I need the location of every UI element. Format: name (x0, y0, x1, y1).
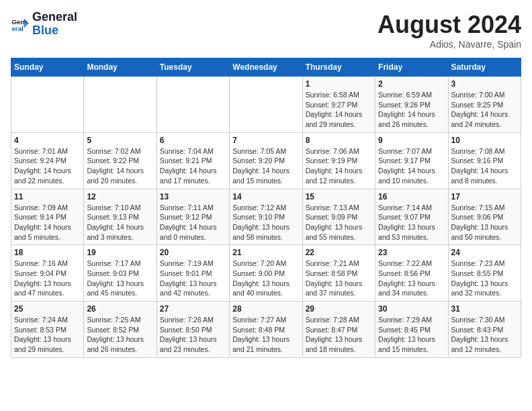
day-number: 3 (451, 79, 518, 89)
calendar-cell (230, 77, 302, 133)
day-of-week-header: Saturday (448, 58, 521, 77)
calendar-cell: 24Sunrise: 7:23 AMSunset: 8:55 PMDayligh… (448, 245, 521, 302)
calendar-cell: 9Sunrise: 7:07 AMSunset: 9:17 PMDaylight… (375, 132, 448, 189)
day-number: 19 (87, 248, 153, 257)
calendar-cell: 21Sunrise: 7:20 AMSunset: 9:00 PMDayligh… (230, 245, 302, 302)
svg-text:eral: eral (11, 25, 24, 32)
day-info: Sunrise: 7:10 AMSunset: 9:13 PMDaylight:… (87, 203, 153, 242)
day-info: Sunrise: 7:09 AMSunset: 9:14 PMDaylight:… (14, 203, 81, 242)
day-info: Sunrise: 7:07 AMSunset: 9:17 PMDaylight:… (378, 146, 445, 186)
location-subtitle: Adios, Navarre, Spain (378, 39, 521, 50)
day-info: Sunrise: 7:14 AMSunset: 9:07 PMDaylight:… (378, 203, 445, 242)
day-number: 31 (451, 304, 518, 314)
day-number: 17 (451, 192, 518, 201)
day-info: Sunrise: 7:25 AMSunset: 8:52 PMDaylight:… (87, 315, 153, 355)
day-info: Sunrise: 7:23 AMSunset: 8:55 PMDaylight:… (451, 259, 518, 298)
title-area: August 2024 Adios, Navarre, Spain (378, 11, 521, 50)
day-info: Sunrise: 6:59 AMSunset: 9:26 PMDaylight:… (378, 90, 445, 130)
day-info: Sunrise: 7:06 AMSunset: 9:19 PMDaylight:… (306, 146, 372, 186)
day-number: 8 (306, 136, 372, 145)
logo: Gen eral General Blue (11, 11, 77, 38)
day-number: 27 (160, 304, 226, 314)
day-number: 12 (87, 192, 153, 201)
calendar-cell: 31Sunrise: 7:30 AMSunset: 8:43 PMDayligh… (448, 302, 521, 358)
day-info: Sunrise: 7:22 AMSunset: 8:56 PMDaylight:… (378, 259, 445, 298)
logo-blue: Blue (32, 24, 77, 38)
day-number: 14 (232, 192, 299, 201)
day-number: 1 (306, 79, 372, 89)
calendar-cell: 22Sunrise: 7:21 AMSunset: 8:58 PMDayligh… (302, 245, 375, 302)
calendar-cell: 30Sunrise: 7:29 AMSunset: 8:45 PMDayligh… (375, 302, 448, 358)
calendar-cell: 11Sunrise: 7:09 AMSunset: 9:14 PMDayligh… (11, 189, 84, 245)
day-number: 21 (232, 248, 299, 257)
day-info: Sunrise: 6:58 AMSunset: 9:27 PMDaylight:… (306, 90, 372, 130)
day-number: 25 (14, 304, 81, 314)
day-info: Sunrise: 7:27 AMSunset: 8:48 PMDaylight:… (232, 315, 299, 355)
calendar-cell: 7Sunrise: 7:05 AMSunset: 9:20 PMDaylight… (230, 132, 302, 189)
calendar-cell: 8Sunrise: 7:06 AMSunset: 9:19 PMDaylight… (302, 132, 375, 189)
day-info: Sunrise: 7:17 AMSunset: 9:03 PMDaylight:… (87, 259, 153, 298)
calendar-cell (157, 77, 229, 133)
day-info: Sunrise: 7:11 AMSunset: 9:12 PMDaylight:… (160, 203, 226, 242)
day-number: 6 (160, 136, 226, 145)
calendar-cell: 18Sunrise: 7:16 AMSunset: 9:04 PMDayligh… (11, 245, 84, 302)
day-number: 26 (87, 304, 153, 314)
calendar-cell: 23Sunrise: 7:22 AMSunset: 8:56 PMDayligh… (375, 245, 448, 302)
day-number: 2 (378, 79, 445, 89)
calendar-cell: 20Sunrise: 7:19 AMSunset: 9:01 PMDayligh… (157, 245, 229, 302)
day-info: Sunrise: 7:15 AMSunset: 9:06 PMDaylight:… (451, 203, 518, 242)
calendar-cell: 6Sunrise: 7:04 AMSunset: 9:21 PMDaylight… (157, 132, 229, 189)
day-of-week-header: Monday (84, 58, 157, 77)
day-number: 10 (451, 136, 518, 145)
day-info: Sunrise: 7:12 AMSunset: 9:10 PMDaylight:… (232, 203, 299, 242)
day-info: Sunrise: 7:16 AMSunset: 9:04 PMDaylight:… (14, 259, 81, 298)
calendar-cell: 15Sunrise: 7:13 AMSunset: 9:09 PMDayligh… (302, 189, 375, 245)
day-of-week-header: Thursday (302, 58, 375, 77)
day-number: 5 (87, 136, 153, 145)
calendar-cell: 5Sunrise: 7:02 AMSunset: 9:22 PMDaylight… (84, 132, 157, 189)
day-info: Sunrise: 7:19 AMSunset: 9:01 PMDaylight:… (160, 259, 226, 298)
day-info: Sunrise: 7:30 AMSunset: 8:43 PMDaylight:… (451, 315, 518, 355)
calendar-cell: 14Sunrise: 7:12 AMSunset: 9:10 PMDayligh… (230, 189, 302, 245)
calendar-cell: 12Sunrise: 7:10 AMSunset: 9:13 PMDayligh… (84, 189, 157, 245)
calendar-cell: 3Sunrise: 7:00 AMSunset: 9:25 PMDaylight… (448, 77, 521, 133)
day-number: 15 (306, 192, 372, 201)
day-number: 18 (14, 248, 81, 257)
header: Gen eral General Blue August 2024 Adios,… (11, 11, 521, 50)
day-info: Sunrise: 7:02 AMSunset: 9:22 PMDaylight:… (87, 146, 153, 186)
day-number: 22 (306, 248, 372, 257)
day-info: Sunrise: 7:00 AMSunset: 9:25 PMDaylight:… (451, 90, 518, 130)
day-info: Sunrise: 7:01 AMSunset: 9:24 PMDaylight:… (14, 146, 81, 186)
day-info: Sunrise: 7:05 AMSunset: 9:20 PMDaylight:… (232, 146, 299, 186)
day-number: 29 (306, 304, 372, 314)
day-of-week-header: Sunday (11, 58, 84, 77)
calendar-cell: 27Sunrise: 7:26 AMSunset: 8:50 PMDayligh… (157, 302, 229, 358)
day-number: 13 (160, 192, 226, 201)
calendar-cell: 13Sunrise: 7:11 AMSunset: 9:12 PMDayligh… (157, 189, 229, 245)
day-info: Sunrise: 7:28 AMSunset: 8:47 PMDaylight:… (306, 315, 372, 355)
day-number: 4 (14, 136, 81, 145)
day-of-week-header: Tuesday (157, 58, 229, 77)
day-number: 20 (160, 248, 226, 257)
logo-general: General (32, 11, 77, 24)
calendar-cell: 4Sunrise: 7:01 AMSunset: 9:24 PMDaylight… (11, 132, 84, 189)
calendar-cell: 16Sunrise: 7:14 AMSunset: 9:07 PMDayligh… (375, 189, 448, 245)
calendar-cell: 17Sunrise: 7:15 AMSunset: 9:06 PMDayligh… (448, 189, 521, 245)
day-number: 23 (378, 248, 445, 257)
day-number: 24 (451, 248, 518, 257)
calendar-cell: 2Sunrise: 6:59 AMSunset: 9:26 PMDaylight… (375, 77, 448, 133)
calendar-cell (84, 77, 157, 133)
day-number: 9 (378, 136, 445, 145)
calendar-cell: 26Sunrise: 7:25 AMSunset: 8:52 PMDayligh… (84, 302, 157, 358)
day-info: Sunrise: 7:24 AMSunset: 8:53 PMDaylight:… (14, 315, 81, 355)
calendar-cell: 25Sunrise: 7:24 AMSunset: 8:53 PMDayligh… (11, 302, 84, 358)
day-number: 16 (378, 192, 445, 201)
logo-icon: Gen eral (11, 15, 30, 34)
day-number: 28 (232, 304, 299, 314)
day-info: Sunrise: 7:21 AMSunset: 8:58 PMDaylight:… (306, 259, 372, 298)
calendar-cell: 1Sunrise: 6:58 AMSunset: 9:27 PMDaylight… (302, 77, 375, 133)
calendar-cell: 19Sunrise: 7:17 AMSunset: 9:03 PMDayligh… (84, 245, 157, 302)
calendar-cell: 29Sunrise: 7:28 AMSunset: 8:47 PMDayligh… (302, 302, 375, 358)
day-of-week-header: Friday (375, 58, 448, 77)
day-info: Sunrise: 7:13 AMSunset: 9:09 PMDaylight:… (306, 203, 372, 242)
